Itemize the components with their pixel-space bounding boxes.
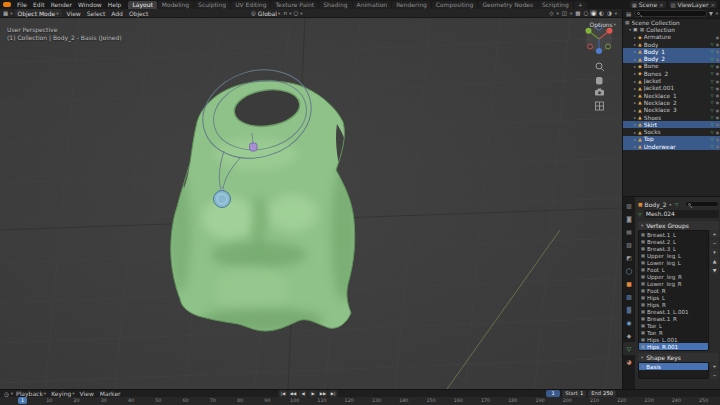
vertex-group-row[interactable]: ▦ Breast.1_R <box>639 315 708 322</box>
workspace-tab[interactable]: Sculpting <box>194 1 230 9</box>
hide-in-viewport-toggle[interactable]: ● <box>716 71 719 76</box>
outliner-editor-icon[interactable]: ▤ <box>625 11 632 17</box>
scene-selector[interactable]: ▦ Scene × <box>630 1 666 8</box>
outliner-scene-collection[interactable]: ▦ Scene Collection <box>623 19 720 26</box>
vertex-group-row[interactable]: ▦ Breast.1_L.001 <box>639 308 708 315</box>
proportional-dropdown-icon[interactable]: ▾ <box>299 11 303 16</box>
show-gizmo-icon[interactable]: ◇ <box>548 10 554 16</box>
outliner-item[interactable]: ▸ ▲ Necklace_3 ▽ ● <box>623 107 720 114</box>
expand-arrow-icon[interactable]: ▸ <box>634 57 636 62</box>
jump-to-start-button[interactable]: |◀ <box>279 390 288 397</box>
outliner-item[interactable]: ▸ ▲ Body_2 ▽ ● <box>623 55 720 62</box>
timeline-menu-item[interactable]: Playback▾ <box>14 390 49 397</box>
mode-dropdown[interactable]: Object Mode ▾ <box>15 9 61 17</box>
viewport-move-icon[interactable] <box>596 77 603 85</box>
vertex-group-row[interactable]: ▦ Breast.3_L <box>639 245 708 252</box>
expand-arrow-icon[interactable]: ▸ <box>634 100 636 105</box>
workspace-tab[interactable]: + <box>574 1 587 9</box>
outliner-item[interactable]: ▸ ▲ Body_1 ▽ ● <box>623 48 720 55</box>
previous-keyframe-button[interactable]: ◀◀ <box>289 390 298 397</box>
vertex-group-row[interactable]: ▦ Hips_R <box>639 301 708 308</box>
current-frame-field[interactable]: 1 <box>546 390 560 397</box>
timeline-menu-item[interactable]: View <box>78 390 98 397</box>
view-layer-selector[interactable]: ▧ ViewLayer × <box>669 1 717 8</box>
add-shape-key-button[interactable]: + <box>710 362 719 370</box>
hide-in-viewport-toggle[interactable]: ● <box>716 137 719 142</box>
shading-material-icon[interactable]: ◐ <box>598 10 605 16</box>
expand-arrow-icon[interactable]: ▸ <box>634 137 636 142</box>
shading-rendered-icon[interactable]: ◑ <box>606 10 613 16</box>
topbar-menu-item[interactable]: Help <box>105 1 125 8</box>
options-dropdown[interactable]: Options ▾ <box>590 21 617 28</box>
expand-arrow-icon[interactable]: ▸ <box>634 86 636 91</box>
breadcrumb-object-label[interactable]: Body_2 <box>645 201 667 208</box>
vertex-group-row[interactable]: ▦ Toe_R <box>639 329 708 336</box>
expand-arrow-icon[interactable]: ▸ <box>634 35 636 40</box>
play-button[interactable]: ▶ <box>309 390 318 397</box>
outliner-item[interactable]: ▸ ◆ Armature ● <box>623 34 720 41</box>
play-reverse-button[interactable]: ◀ <box>299 390 308 397</box>
vertex-group-row[interactable]: ▦ Upper_leg_L <box>639 252 708 259</box>
unlink-scene-icon[interactable]: × <box>659 2 664 8</box>
expand-arrow-icon[interactable]: ▸ <box>634 122 636 127</box>
topbar-menu-item[interactable]: Edit <box>30 1 48 8</box>
shading-dropdown-icon[interactable]: ▾ <box>614 11 618 16</box>
properties-tab[interactable]: ▒ <box>623 303 635 316</box>
vertex-group-row[interactable]: ▦ Hips_L.001 <box>639 336 708 343</box>
topbar-menu-item[interactable]: Render <box>48 1 75 8</box>
properties-tab[interactable]: ◕ <box>623 355 635 368</box>
vertex-group-row[interactable]: ▦ Breast.1_L <box>639 231 708 238</box>
properties-tab[interactable]: ▥ <box>623 199 635 212</box>
properties-tab[interactable]: ◉ <box>623 316 635 329</box>
properties-tab[interactable]: ◆ <box>623 329 635 342</box>
viewport-menu-item[interactable]: Object <box>126 10 152 17</box>
outliner-item[interactable]: ▸ ▲ Necklace_2 ▽ ● <box>623 99 720 106</box>
hide-in-viewport-toggle[interactable]: ● <box>716 57 719 62</box>
move-vertex-group-up-button[interactable]: ▲ <box>710 257 719 265</box>
shape-keys-panel-header[interactable]: ▾ Shape Keys <box>638 353 719 362</box>
hide-in-viewport-toggle[interactable]: ● <box>716 86 719 91</box>
move-vertex-group-down-button[interactable]: ▼ <box>710 266 719 274</box>
blender-logo-icon[interactable] <box>3 2 11 7</box>
outliner-item[interactable]: ▸ ▲ Underwear ▽ ● <box>623 143 720 150</box>
timeline-menu-item[interactable]: Marker <box>98 390 125 397</box>
expand-arrow-icon[interactable]: ▸ <box>634 144 636 149</box>
vertex-group-specials-button[interactable]: ▾ <box>710 248 719 256</box>
timeline-menu-item[interactable]: Keying▾ <box>49 390 77 397</box>
hide-in-viewport-toggle[interactable]: ● <box>716 115 719 120</box>
viewport-menu-item[interactable]: Select <box>84 10 109 17</box>
outliner-search-input[interactable] <box>634 10 707 17</box>
timeline-ruler[interactable]: 0102030405060708090100110120130140150160… <box>0 397 720 405</box>
viewport-3d[interactable]: User Perspective (1) Collection | Body_2… <box>0 18 622 389</box>
end-frame-field[interactable]: End250 <box>588 390 616 397</box>
outliner-item[interactable]: ▸ ▲ Jacket ▽ ● <box>623 77 720 84</box>
hide-in-viewport-toggle[interactable]: ● <box>716 144 719 149</box>
hide-in-viewport-toggle[interactable]: ● <box>716 93 719 98</box>
workspace-tab[interactable]: UV Editing <box>231 1 270 9</box>
properties-tab[interactable]: ■ <box>623 277 635 290</box>
properties-tab[interactable]: ▤ <box>623 225 635 238</box>
vertex-group-row[interactable]: ▦ Upper_leg_R <box>639 273 708 280</box>
hide-in-viewport-toggle[interactable]: ● <box>716 64 719 69</box>
properties-tab[interactable]: ◙ <box>623 212 635 225</box>
expand-arrow-icon[interactable]: ▸ <box>634 108 636 113</box>
expand-arrow-icon[interactable]: ▸ <box>634 115 636 120</box>
properties-tab[interactable]: ◯ <box>623 264 635 277</box>
outliner-item[interactable]: ▸ ▲ Jacket.001 ▽ ● <box>623 85 720 92</box>
remove-vertex-group-button[interactable]: − <box>710 239 719 247</box>
hide-in-viewport-toggle[interactable]: ● <box>716 42 719 47</box>
outliner-item[interactable]: ▸ ◆ Bones_2 ▽ ● <box>623 70 720 77</box>
expand-arrow-icon[interactable]: ▸ <box>634 130 636 135</box>
proportional-editing-icon[interactable]: ○ <box>293 10 300 16</box>
shading-solid-icon[interactable]: ◉ <box>590 10 597 16</box>
add-vertex-group-button[interactable]: + <box>710 230 719 238</box>
expand-arrow-icon[interactable]: ▸ <box>634 64 636 69</box>
workspace-tab[interactable]: Geometry Nodes <box>478 1 537 9</box>
next-keyframe-button[interactable]: ▶▶ <box>319 390 328 397</box>
filter-icon[interactable] <box>709 12 713 16</box>
expand-arrow-icon[interactable]: ▸ <box>634 71 636 76</box>
start-frame-field[interactable]: Start1 <box>562 390 586 397</box>
hide-in-viewport-toggle[interactable]: ● <box>716 35 719 40</box>
outliner-item[interactable]: ▸ ▲ Necklace_1 ▽ ● <box>623 92 720 99</box>
outliner-collection[interactable]: ▾ ▣ ▦ Collection <box>623 26 720 33</box>
